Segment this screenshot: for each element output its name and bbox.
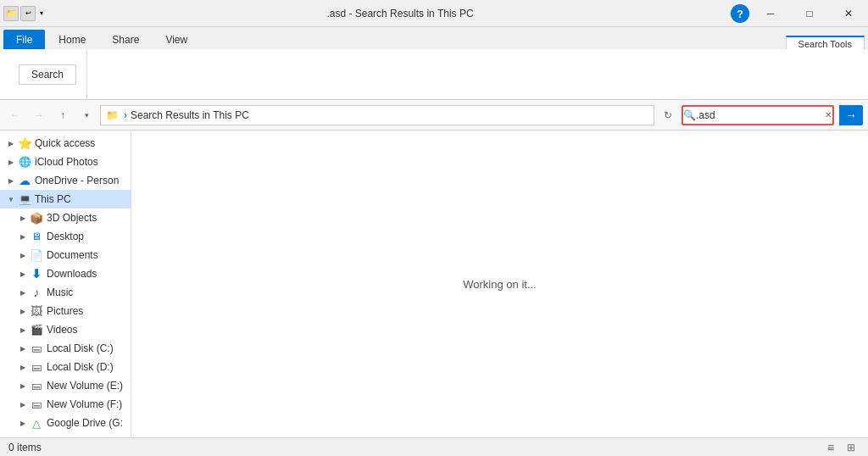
main-content: ▶ ⭐ Quick access ▶ 🌐 iCloud Photos ▶ ☁ O… [0,131,868,437]
videos-icon: 🎬 [29,324,44,336]
search-icon: 🔍 [683,109,696,121]
sidebar-item-onedrive[interactable]: ▶ ☁ OneDrive - Person [0,171,131,190]
chevron-icon: ▶ [5,140,17,147]
chevron-icon: ▶ [17,233,29,241]
window-title: .asd - Search Results in This PC [49,0,751,26]
ribbon-search-section: Search [8,49,87,99]
sidebar-item-3d-objects[interactable]: ▶ 📦 3D Objects [0,209,131,227]
search-box-wrapper[interactable]: 🔍 ✕ [682,105,834,125]
chevron-icon: ▶ [17,401,29,409]
sidebar-item-local-disk-d[interactable]: ▶ 🖴 Local Disk (D:) [0,358,131,376]
chevron-icon: ▶ [17,289,29,297]
documents-icon: 📄 [29,249,44,262]
title-bar: 📁 ↩ ▾ .asd - Search Results in This PC ─… [0,0,868,27]
desktop-icon: 🖥 [29,231,44,242]
chevron-icon: ▶ [5,158,17,166]
downloads-icon: ⬇ [29,267,44,281]
ribbon-search-button[interactable]: Search [19,64,76,85]
sidebar-item-videos[interactable]: ▶ 🎬 Videos [0,320,131,339]
chevron-icon: ▶ [17,382,29,390]
sidebar-item-pictures[interactable]: ▶ 🖼 Pictures [0,302,131,320]
sidebar-item-icloud[interactable]: ▶ 🌐 iCloud Photos [0,153,131,171]
forward-button[interactable]: → [29,105,49,125]
sidebar-label-music: Music [47,286,73,298]
search-clear-button[interactable]: ✕ [823,110,832,120]
sidebar-item-local-disk-c[interactable]: ▶ 🖴 Local Disk (C:) [0,339,131,358]
sidebar-item-new-volume-e[interactable]: ▶ 🖴 New Volume (E:) [0,376,131,395]
help-button[interactable]: ? [731,4,749,23]
sidebar-item-new-volume-f[interactable]: ▶ 🖴 New Volume (F:) [0,395,131,414]
sidebar-item-downloads[interactable]: ▶ ⬇ Downloads [0,264,131,283]
sidebar: ▶ ⭐ Quick access ▶ 🌐 iCloud Photos ▶ ☁ O… [0,131,131,437]
sidebar-label-quick-access: Quick access [35,137,95,149]
chevron-icon: ▶ [17,308,29,315]
working-status-text: Working on it... [463,278,536,291]
sidebar-label-downloads: Downloads [47,268,97,280]
sidebar-item-music[interactable]: ▶ ♪ Music [0,283,131,302]
sidebar-label-pictures: Pictures [47,305,83,317]
this-pc-icon: 💻 [17,193,32,205]
sidebar-item-desktop[interactable]: ▶ 🖥 Desktop [0,227,131,246]
quick-access-icon: ⭐ [17,136,32,150]
folder-path-icon: 📁 [106,109,119,121]
status-bar: 0 items ≡ ⊞ [0,437,868,456]
up-button[interactable]: ↑ [53,105,73,125]
refresh-button[interactable]: ↻ [658,105,678,125]
sidebar-item-quick-access[interactable]: ▶ ⭐ Quick access [0,134,131,153]
sidebar-item-google-drive[interactable]: ▶ △ Google Drive (G: [0,414,131,432]
search-input[interactable] [696,109,823,121]
chevron-icon: ▶ [5,177,17,185]
sidebar-label-local-disk-d: Local Disk (D:) [47,361,114,373]
back-button[interactable]: ← [5,105,25,125]
search-go-button[interactable]: → [839,105,863,125]
address-bar: ← → ↑ ▾ 📁 › Search Results in This PC ↻ … [0,100,868,131]
maximize-button[interactable]: □ [790,0,829,26]
chevron-icon: ▶ [17,214,29,222]
sidebar-label-google-drive: Google Drive (G: [47,417,123,429]
icloud-icon: 🌐 [17,156,32,168]
sidebar-label-icloud: iCloud Photos [35,156,98,168]
volume-f-icon: 🖴 [29,398,44,410]
close-button[interactable]: ✕ [829,0,868,26]
sidebar-item-this-pc[interactable]: ▼ 💻 This PC [0,190,131,209]
item-count-label: 0 items [8,442,42,453]
recent-locations-button[interactable]: ▾ [76,105,97,125]
sidebar-label-videos: Videos [47,324,77,336]
file-area: Working on it... [131,131,868,437]
chevron-icon: ▶ [17,345,29,353]
sidebar-item-documents[interactable]: ▶ 📄 Documents [0,246,131,264]
title-bar-left: 📁 ↩ ▾ [0,0,49,26]
tab-search-tools-label: Search Tools [786,36,865,49]
ribbon-tabs: File Home Share View Search Tools [0,27,868,49]
sidebar-label-desktop: Desktop [47,231,84,242]
sidebar-label-onedrive: OneDrive - Person [35,175,119,186]
undo-icon-btn[interactable]: ↩ [20,6,36,21]
tiles-view-button[interactable]: ⊞ [843,439,860,456]
tab-file[interactable]: File [3,30,45,49]
window-controls: ─ □ ✕ [751,0,868,26]
volume-e-icon: 🖴 [29,380,44,392]
chevron-icon: ▼ [5,196,17,203]
tab-home[interactable]: Home [46,30,98,49]
music-icon: ♪ [29,286,44,299]
chevron-icon: ▶ [17,326,29,334]
quick-access-btn[interactable]: ▾ [37,6,46,21]
view-controls: ≡ ⊞ [822,439,860,456]
chevron-icon: ▶ [17,420,29,427]
details-view-button[interactable]: ≡ [822,439,839,456]
path-separator: › [124,109,127,121]
sidebar-label-new-volume-e: New Volume (E:) [47,380,123,392]
disk-d-icon: 🖴 [29,361,44,373]
chevron-icon: ▶ [17,364,29,371]
tab-share[interactable]: Share [99,30,152,49]
onedrive-icon: ☁ [17,174,32,187]
sidebar-label-new-volume-f: New Volume (F:) [47,398,122,410]
disk-c-icon: 🖴 [29,342,44,354]
sidebar-label-local-disk-c: Local Disk (C:) [47,342,114,354]
tab-view[interactable]: View [153,30,200,49]
minimize-button[interactable]: ─ [751,0,790,26]
sidebar-label-documents: Documents [47,249,98,261]
folder-icon-btn[interactable]: 📁 [3,6,19,21]
pictures-icon: 🖼 [29,304,44,318]
address-path[interactable]: 📁 › Search Results in This PC [100,105,654,125]
